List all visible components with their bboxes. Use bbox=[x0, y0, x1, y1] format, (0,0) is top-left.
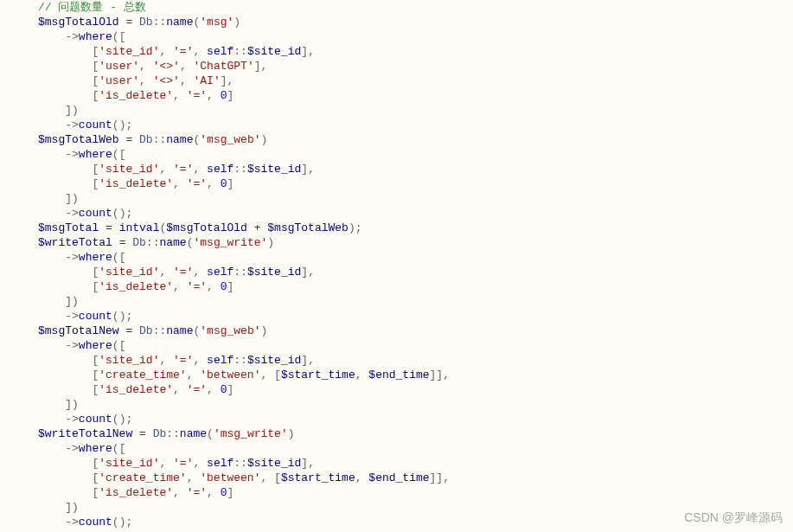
code-token: 'msg_write' bbox=[193, 236, 267, 249]
code-token: self bbox=[207, 354, 233, 367]
code-token: , bbox=[139, 60, 153, 73]
code-token: ([ bbox=[112, 339, 126, 352]
code-token: 0 bbox=[221, 486, 227, 499]
code-line: // 问题数量 - 总数 bbox=[38, 0, 793, 15]
code-block: // 问题数量 - 总数$msgTotalOld = Db::name('msg… bbox=[0, 0, 793, 529]
code-token: 0 bbox=[221, 89, 227, 102]
code-token: :: bbox=[153, 16, 167, 29]
code-token: name bbox=[159, 236, 186, 249]
code-token: :: bbox=[153, 133, 167, 146]
code-token: $writeTotal bbox=[38, 236, 112, 249]
code-line: $msgTotalNew = Db::name('msg_web') bbox=[38, 324, 793, 338]
code-token: $end_time bbox=[368, 471, 429, 484]
code-token: 'is_delete' bbox=[99, 280, 173, 293]
code-token: , bbox=[173, 383, 187, 396]
code-token: count bbox=[79, 413, 112, 426]
code-token: '=' bbox=[187, 89, 207, 102]
code-line: $msgTotal = intval($msgTotalOld + $msgTo… bbox=[38, 221, 793, 235]
code-token: '=' bbox=[173, 163, 193, 176]
code-token: -> bbox=[65, 207, 79, 220]
code-token: :: bbox=[233, 163, 247, 176]
code-token: '=' bbox=[173, 266, 193, 279]
code-token: 'msg_web' bbox=[200, 324, 260, 337]
code-token: , bbox=[355, 369, 369, 381]
code-token: 'create_time' bbox=[99, 471, 186, 484]
code-token: $site_id bbox=[247, 457, 301, 470]
code-token: -> bbox=[65, 516, 79, 529]
code-token: , bbox=[159, 163, 173, 176]
code-token: , bbox=[159, 266, 173, 279]
code-token: count bbox=[79, 310, 112, 323]
code-line: ['is_delete', '=', 0] bbox=[38, 279, 793, 294]
code-line: ['site_id', '=', self::$site_id], bbox=[38, 44, 793, 59]
code-line: ]) bbox=[38, 500, 793, 515]
code-line: ['create_time', 'between', [$start_time,… bbox=[38, 368, 793, 382]
code-token: Db bbox=[153, 427, 167, 440]
code-line: ['create_time', 'between', [$start_time,… bbox=[38, 471, 793, 485]
code-token: , bbox=[139, 74, 153, 87]
code-token: where bbox=[79, 442, 112, 455]
code-token: ]], bbox=[430, 471, 450, 484]
code-token: , bbox=[173, 280, 187, 293]
code-token: , bbox=[207, 280, 221, 293]
code-token: -> bbox=[65, 30, 79, 43]
code-token: -> bbox=[65, 413, 79, 426]
code-token: Db bbox=[139, 16, 153, 29]
code-line: ->where([ bbox=[38, 29, 793, 44]
code-token: 'msg' bbox=[200, 16, 233, 29]
code-token: '<>' bbox=[153, 74, 180, 87]
code-token: , bbox=[207, 89, 221, 102]
code-token: (); bbox=[112, 413, 132, 426]
code-token: :: bbox=[166, 427, 180, 440]
code-token: ], bbox=[301, 163, 315, 176]
code-line: $writeTotal = Db::name('msg_write') bbox=[38, 235, 793, 250]
code-token: , bbox=[173, 486, 187, 499]
code-token: 'AI' bbox=[193, 74, 220, 87]
code-token: ] bbox=[227, 280, 234, 293]
code-line: $msgTotalWeb = Db::name('msg_web') bbox=[38, 132, 793, 147]
code-token: -> bbox=[65, 251, 79, 264]
code-line: ->count(); bbox=[38, 412, 793, 426]
code-token: name bbox=[166, 324, 193, 337]
code-token: intval bbox=[119, 221, 160, 234]
code-token: $end_time bbox=[368, 369, 429, 381]
code-token: , bbox=[193, 266, 207, 279]
code-token: , bbox=[180, 74, 194, 87]
code-token: (); bbox=[112, 310, 132, 323]
code-token: :: bbox=[233, 45, 247, 58]
code-token: , bbox=[173, 89, 187, 102]
code-line: ['user', '<>', 'ChatGPT'], bbox=[38, 59, 793, 74]
code-token: ] bbox=[227, 383, 234, 396]
code-line: ]) bbox=[38, 397, 793, 412]
code-token: 'create_time' bbox=[99, 369, 186, 381]
code-token: ]) bbox=[65, 295, 79, 308]
code-token: , bbox=[207, 486, 221, 499]
code-token: Db bbox=[139, 133, 153, 146]
code-token: -> bbox=[65, 148, 79, 161]
code-token: 0 bbox=[221, 383, 227, 396]
code-token: , bbox=[355, 471, 369, 484]
code-token: 'is_delete' bbox=[99, 383, 173, 396]
code-token: ]) bbox=[65, 104, 79, 117]
code-token: (); bbox=[112, 119, 132, 131]
code-token: :: bbox=[233, 266, 247, 279]
code-line: $writeTotalNew = Db::name('msg_write') bbox=[38, 426, 793, 441]
code-token: self bbox=[207, 266, 233, 279]
code-token: $msgTotalWeb bbox=[38, 133, 119, 146]
code-token: 'user' bbox=[99, 60, 139, 73]
code-token: -> bbox=[65, 442, 79, 455]
code-token: name bbox=[166, 133, 193, 146]
code-token: 'user' bbox=[99, 74, 139, 87]
code-token: Db bbox=[132, 236, 146, 249]
code-token: :: bbox=[233, 457, 247, 470]
code-token: '=' bbox=[187, 177, 207, 190]
code-token: ([ bbox=[112, 251, 126, 264]
code-line: ['is_delete', '=', 0] bbox=[38, 382, 793, 397]
code-token: ], bbox=[301, 45, 315, 58]
code-line: ]) bbox=[38, 191, 793, 206]
code-line: ['user', '<>', 'AI'], bbox=[38, 74, 793, 88]
code-token: , bbox=[159, 354, 173, 367]
code-token: ( bbox=[207, 427, 214, 440]
code-token: 'site_id' bbox=[99, 457, 159, 470]
code-token: , bbox=[180, 60, 194, 73]
